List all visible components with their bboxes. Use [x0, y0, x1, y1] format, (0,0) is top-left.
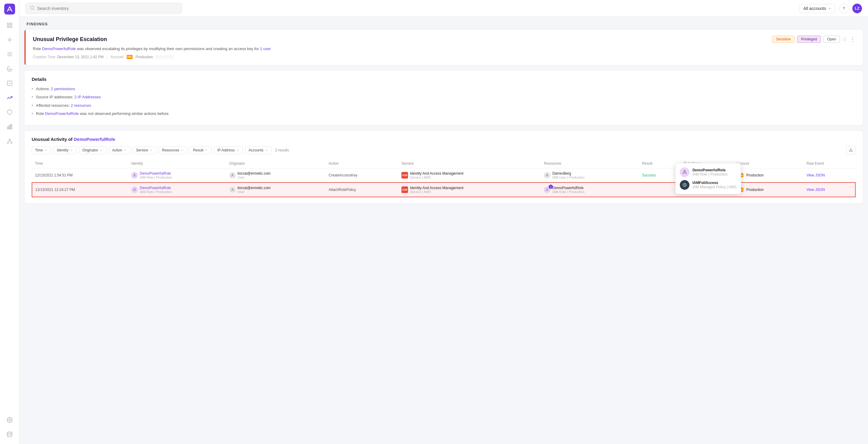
svg-point-27	[232, 188, 233, 189]
svg-point-5	[8, 39, 10, 41]
col-time: Time	[32, 159, 128, 168]
view-json-link[interactable]: View JSON	[806, 173, 825, 177]
filter-row: Time Identity Originator Action Service …	[32, 146, 856, 155]
finding-title: Unusual Privilege Escalation	[33, 36, 107, 42]
badge-open: Open	[824, 36, 840, 43]
filter-time[interactable]: Time	[32, 146, 51, 154]
detail-item-3: Affected resources: 2 resources	[32, 102, 856, 108]
sidebar-item-bar[interactable]	[4, 121, 16, 133]
col-account: Account	[733, 159, 803, 168]
col-result: Result	[639, 159, 680, 168]
sidebar-item-fingerprint[interactable]	[4, 63, 16, 75]
sidebar-item-shield[interactable]	[4, 106, 16, 118]
filter-service[interactable]: Service	[133, 146, 156, 154]
user-icon	[229, 172, 236, 179]
activity-table-wrap: Time Identity Originator Action Service …	[32, 159, 856, 197]
col-raw: Raw Event	[803, 159, 855, 168]
user-link[interactable]: 1 user	[260, 46, 271, 51]
findings-header: FINDINGS	[19, 17, 868, 29]
cell-result	[639, 183, 680, 197]
svg-point-18	[9, 419, 10, 421]
svg-rect-1	[7, 23, 9, 25]
popup-item-policy[interactable]: IAMFullAccess IAM Managed Policy | AWS	[680, 180, 737, 190]
filter-ipaddress[interactable]: IP Address	[214, 146, 243, 154]
cell-raw: View JSON	[803, 168, 855, 183]
service-icon: IAM	[401, 172, 408, 179]
help-button[interactable]: ?	[839, 4, 849, 13]
filter-action[interactable]: Action	[109, 146, 130, 154]
popup-role-icon	[680, 167, 689, 177]
role-link-2[interactable]: DemoPowerfulRole	[45, 111, 79, 116]
svg-rect-12	[11, 125, 12, 129]
cell-time: 12/13/2021 12:24:27 PM	[32, 183, 128, 197]
download-button[interactable]	[846, 146, 856, 155]
sidebar-item-dot[interactable]	[4, 34, 16, 46]
col-originator: Originator	[226, 159, 326, 168]
filter-accounts[interactable]: Accounts	[245, 146, 272, 154]
svg-point-13	[9, 139, 10, 140]
cell-account: AWS Production	[733, 183, 803, 197]
details-title: Details	[32, 76, 856, 82]
count-badge: 1	[549, 185, 553, 189]
svg-line-17	[10, 140, 11, 142]
cell-result: Success	[639, 168, 680, 183]
content-area: FINDINGS Unusual Privilege Escalation Se…	[19, 17, 868, 444]
svg-rect-2	[10, 23, 12, 25]
sidebar	[0, 0, 19, 444]
cell-time: 12/13/2021 1:54:51 PM	[32, 168, 128, 183]
badge-sensitive: Sensitive	[772, 36, 795, 43]
svg-point-24	[232, 174, 233, 175]
svg-line-16	[8, 140, 10, 142]
svg-point-15	[11, 142, 12, 143]
col-identity: Identity	[128, 159, 226, 168]
ip-addresses-link[interactable]: 2 IP Addresses	[74, 95, 101, 99]
cell-service: IAM Identity And Access Management Servi…	[398, 168, 541, 183]
sidebar-item-check[interactable]	[4, 77, 16, 89]
svg-point-26	[134, 188, 135, 189]
filter-originator[interactable]: Originator	[79, 146, 106, 154]
more-button[interactable]: ⋮	[849, 36, 856, 43]
accounts-dropdown[interactable]: All accounts	[800, 4, 835, 13]
popup-policy-icon	[680, 180, 689, 190]
search-input[interactable]	[37, 6, 178, 11]
detail-item-1: Actions: 2 permissions	[32, 86, 856, 92]
activity-section: Unusual Activity of DemoPowerfulRole Tim…	[24, 130, 863, 203]
filter-resources[interactable]: Resources	[159, 146, 187, 154]
app-logo[interactable]	[4, 4, 15, 14]
filter-result[interactable]: Result	[190, 146, 211, 154]
resource-icon	[544, 172, 550, 179]
sidebar-item-list[interactable]	[4, 48, 16, 60]
search-box[interactable]	[25, 3, 182, 14]
topbar-right: All accounts ? LZ	[800, 4, 862, 13]
results-count: 2 results	[275, 148, 289, 152]
permissions-link[interactable]: 2 permissions	[51, 87, 75, 91]
svg-point-28	[547, 188, 548, 189]
view-json-link-2[interactable]: View JSON	[806, 188, 825, 192]
svg-rect-3	[7, 26, 9, 28]
finding-meta: Creation Time December 13, 2021 1:42 PM …	[33, 55, 856, 59]
sidebar-item-gear[interactable]	[4, 414, 16, 426]
star-button[interactable]: ☆	[842, 36, 847, 42]
filter-identity[interactable]: Identity	[53, 146, 76, 154]
detail-item-4: Role DemoPowerfulRole was not observed p…	[32, 111, 856, 117]
sidebar-item-network[interactable]	[4, 135, 16, 147]
resources-link[interactable]: 2 resources	[70, 103, 91, 108]
role-link[interactable]: DemoPowerfulRole	[42, 46, 76, 51]
avatar[interactable]: LZ	[852, 4, 862, 13]
finding-badges: Sensitive Privileged Open ☆ ⋮	[772, 36, 856, 43]
cell-resources: DemoPowerfulRole IAM Role | Production 1	[541, 183, 639, 197]
svg-rect-4	[10, 26, 12, 28]
sidebar-item-trending[interactable]	[4, 92, 16, 104]
cell-action: AttachRolePolicy	[326, 183, 399, 197]
popup-item-role[interactable]: DemoPowerfulRole IAM Role | Production	[680, 167, 737, 177]
role-icon	[131, 172, 138, 179]
sidebar-item-database[interactable]	[4, 428, 16, 440]
activity-role-link[interactable]: DemoPowerfulRole	[73, 137, 115, 142]
aws-logo: AWS	[127, 55, 133, 59]
sidebar-item-dashboard[interactable]	[4, 19, 16, 31]
svg-rect-11	[9, 125, 10, 129]
user-icon	[229, 186, 236, 193]
svg-point-23	[134, 174, 135, 175]
activity-title: Unusual Activity of DemoPowerfulRole	[32, 137, 856, 142]
svg-point-25	[547, 174, 548, 175]
